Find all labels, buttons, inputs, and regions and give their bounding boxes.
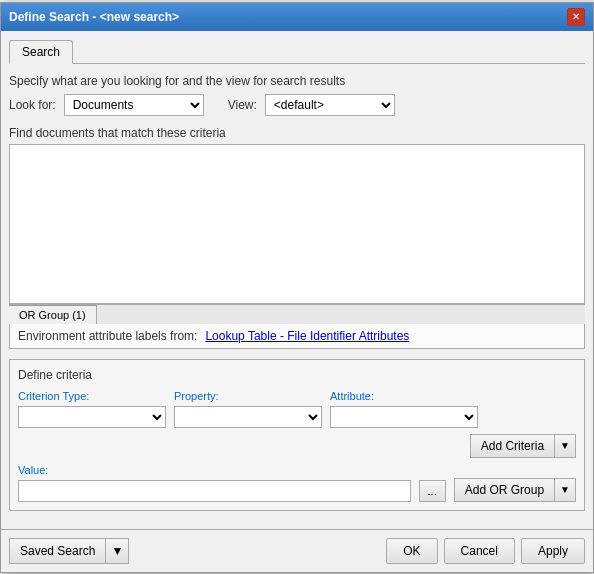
tab-bar: Search xyxy=(9,39,585,64)
attribute-label: Attribute: xyxy=(330,390,478,402)
criterion-type-group: Criterion Type: xyxy=(18,390,166,428)
window-title: Define Search - <new search> xyxy=(9,10,179,24)
value-input[interactable] xyxy=(18,480,411,502)
property-group: Property: xyxy=(174,390,322,428)
criterion-type-label: Criterion Type: xyxy=(18,390,166,402)
attribute-group: Attribute: xyxy=(330,390,478,428)
find-documents-label: Find documents that match these criteria xyxy=(9,126,585,140)
criterion-type-select[interactable] xyxy=(18,406,166,428)
tab-search[interactable]: Search xyxy=(9,40,73,64)
bottom-right: OK Cancel Apply xyxy=(386,538,585,564)
attribute-select[interactable] xyxy=(330,406,478,428)
apply-button[interactable]: Apply xyxy=(521,538,585,564)
value-label: Value: xyxy=(18,464,411,476)
look-for-row: Look for: Documents Folders Items View: … xyxy=(9,94,585,116)
cancel-button[interactable]: Cancel xyxy=(444,538,515,564)
add-criteria-row: Add Criteria ▼ xyxy=(18,434,576,458)
add-criteria-arrow-button[interactable]: ▼ xyxy=(554,434,576,458)
add-criteria-button[interactable]: Add Criteria xyxy=(470,434,554,458)
bottom-bar: Saved Search ▼ OK Cancel Apply xyxy=(1,529,593,572)
close-button[interactable]: ✕ xyxy=(567,8,585,26)
browse-button[interactable]: ... xyxy=(419,480,446,502)
property-select[interactable] xyxy=(174,406,322,428)
add-or-group-split-btn: Add OR Group ▼ xyxy=(454,478,576,502)
title-bar: Define Search - <new search> ✕ xyxy=(1,3,593,31)
add-or-group-arrow-button[interactable]: ▼ xyxy=(554,478,576,502)
view-label: View: xyxy=(228,98,257,112)
view-select[interactable]: <default> xyxy=(265,94,395,116)
main-window: Define Search - <new search> ✕ Search Sp… xyxy=(0,2,594,573)
saved-search-split-btn: Saved Search ▼ xyxy=(9,538,129,564)
window-body: Search Specify what are you looking for … xyxy=(1,31,593,529)
look-for-label: Look for: xyxy=(9,98,56,112)
criteria-fields-row: Criterion Type: Property: Attribute: xyxy=(18,390,576,428)
define-criteria-section: Define criteria Criterion Type: Property… xyxy=(9,359,585,511)
bottom-left: Saved Search ▼ xyxy=(9,538,129,564)
saved-search-arrow-button[interactable]: ▼ xyxy=(105,538,129,564)
saved-search-button[interactable]: Saved Search xyxy=(9,538,105,564)
title-bar-controls: ✕ xyxy=(567,8,585,26)
value-row: Value: ... Add OR Group ▼ xyxy=(18,464,576,502)
env-attr-label: Environment attribute labels from: xyxy=(18,329,197,343)
or-group-tab[interactable]: OR Group (1) xyxy=(9,305,97,324)
env-attr-value-link[interactable]: Lookup Table - File Identifier Attribute… xyxy=(205,329,409,343)
ok-button[interactable]: OK xyxy=(386,538,437,564)
look-for-select[interactable]: Documents Folders Items xyxy=(64,94,204,116)
specify-label: Specify what are you looking for and the… xyxy=(9,74,585,88)
env-attr-row: Environment attribute labels from: Looku… xyxy=(9,324,585,349)
value-group: Value: xyxy=(18,464,411,502)
property-label: Property: xyxy=(174,390,322,402)
define-criteria-title: Define criteria xyxy=(18,368,576,382)
criteria-area xyxy=(9,144,585,304)
or-group-tab-bar: OR Group (1) xyxy=(9,304,585,324)
add-criteria-split-btn: Add Criteria ▼ xyxy=(470,434,576,458)
add-or-group-button[interactable]: Add OR Group xyxy=(454,478,554,502)
